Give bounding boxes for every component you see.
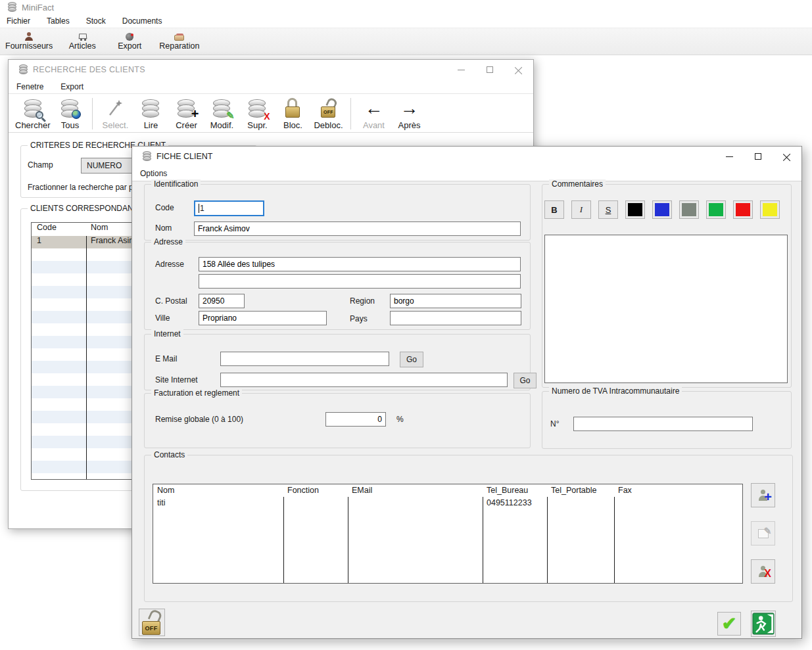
italic-button[interactable]: I [571,200,591,219]
champ-label: Champ [28,160,53,170]
color-blue-button[interactable] [652,200,672,219]
edit-contact-button: ✎ [751,521,775,546]
fournisseurs-button[interactable]: Fournisseurs [5,32,53,51]
underline-button[interactable]: S [598,200,618,219]
gray-swatch-icon [682,203,696,216]
tous-button[interactable]: Tous [54,97,85,130]
supr-button[interactable]: X Supr. [241,97,273,130]
fiche-menubar: Options [132,166,801,181]
debloc-button[interactable]: OFF Debloc. [312,97,344,130]
fiche-body: Identification Code 1 Nom Adresse Adress… [132,181,801,638]
repair-box-icon [174,35,184,41]
creer-button[interactable]: + Créer [170,97,202,130]
pays-field[interactable] [390,311,521,325]
apres-button[interactable]: → Après [393,97,425,130]
reparation-button[interactable]: Reparation [159,33,199,51]
exit-door-icon [752,612,775,636]
menu-documents[interactable]: Documents [122,16,162,26]
code-postal-field[interactable] [199,294,245,308]
adresse-line1-field[interactable] [199,257,521,271]
bold-button[interactable]: B [544,200,564,219]
yellow-swatch-icon [763,203,777,216]
delete-contact-button[interactable]: X [751,559,775,584]
menu-fichier[interactable]: Fichier [7,16,30,26]
unlock-off-icon: OFF [320,98,337,118]
export-sphere-icon [126,33,133,41]
site-go-button[interactable]: Go [513,373,537,388]
ville-field[interactable] [199,311,327,325]
contacts-table[interactable]: Nom Fonction EMail Tel_Bureau Tel_Portab… [153,484,743,584]
color-red-button[interactable] [733,200,753,219]
color-green-button[interactable] [706,200,726,219]
lire-button[interactable]: Lire [135,97,166,130]
identification-group: Identification Code 1 Nom [144,184,531,241]
adresse-line2-field[interactable] [199,274,521,289]
select-button: Select. [99,97,131,130]
maximize-button[interactable] [744,147,773,166]
menu-fenetre[interactable]: Fenetre [16,82,43,91]
fiche-window-title: FICHE CLIENT [156,152,212,161]
menu-options[interactable]: Options [140,169,167,178]
toolbar-separator [350,98,351,129]
fiche-bottom-bar [132,640,801,650]
contact-telbureau-cell: 0495112233 [487,498,532,507]
tva-number-field[interactable] [573,417,753,431]
close-icon [783,152,791,160]
maximize-icon [487,66,493,73]
nom-field[interactable] [194,221,521,236]
close-button[interactable] [504,60,533,80]
contact-nom-cell: titi [157,498,166,507]
arrow-left-icon: ← [364,99,383,118]
delete-x-icon: X [264,111,270,122]
search-titlebar: RECHERCHE DES CLIENTS [9,60,533,80]
arrow-right-icon: → [400,99,418,118]
app-titlebar: MiniFact [0,0,812,14]
site-internet-field[interactable] [220,373,508,387]
green-swatch-icon [709,203,723,216]
menu-tables[interactable]: Tables [47,16,70,26]
chercher-button[interactable]: Chercher [15,97,50,130]
menu-stock[interactable]: Stock [86,16,106,26]
color-gray-button[interactable] [679,200,699,219]
minimize-button[interactable] [715,147,744,166]
unlock-toggle-button[interactable]: OFF [139,609,165,636]
check-icon: ✔ [722,613,737,634]
color-black-button[interactable] [625,200,645,219]
close-button[interactable] [773,147,801,166]
maximize-icon [755,153,761,160]
search-window-title: RECHERCHE DES CLIENTS [33,65,145,74]
comment-textarea[interactable] [544,235,788,383]
maximize-button[interactable] [475,60,504,80]
facturation-group: Facturation et reglement Remise globale … [144,393,531,448]
tva-group: Numero de TVA Intracommunautaire N° [542,391,792,449]
validate-button[interactable]: ✔ [717,612,741,636]
region-field[interactable] [390,294,521,308]
close-icon [515,66,523,74]
delete-x-icon: X [764,568,771,580]
fraction-label: Fractionner la recherche par pa [28,183,137,192]
window-db-icon [19,64,28,75]
code-field[interactable]: 1 [194,200,264,216]
bloc-button[interactable]: Bloc. [277,97,308,130]
remise-field[interactable] [325,412,386,427]
menu-export[interactable]: Export [60,82,84,91]
email-field[interactable] [220,352,389,366]
exit-button[interactable] [751,611,776,637]
plus-icon: + [191,106,199,122]
modif-button[interactable]: ✎ Modif. [206,97,237,130]
red-swatch-icon [736,203,750,216]
toolbar-separator [92,98,93,129]
add-contact-button[interactable]: + [751,483,775,507]
minimize-button[interactable] [446,60,475,80]
pencil-icon: ✎ [764,526,772,536]
articles-button[interactable]: Articles [64,32,100,51]
color-yellow-button[interactable] [760,200,780,219]
commentaires-group: Commentaires B I S [542,184,792,388]
adresse-group: Adresse Adresse C. Postal Region Ville P… [144,242,531,330]
app-icon [8,2,16,12]
text-cursor [199,204,199,213]
export-button[interactable]: Export [112,33,147,51]
email-go-button[interactable]: Go [400,352,423,367]
fiche-client-window: FICHE CLIENT Options Identification Code… [131,146,802,639]
blue-swatch-icon [655,203,669,216]
